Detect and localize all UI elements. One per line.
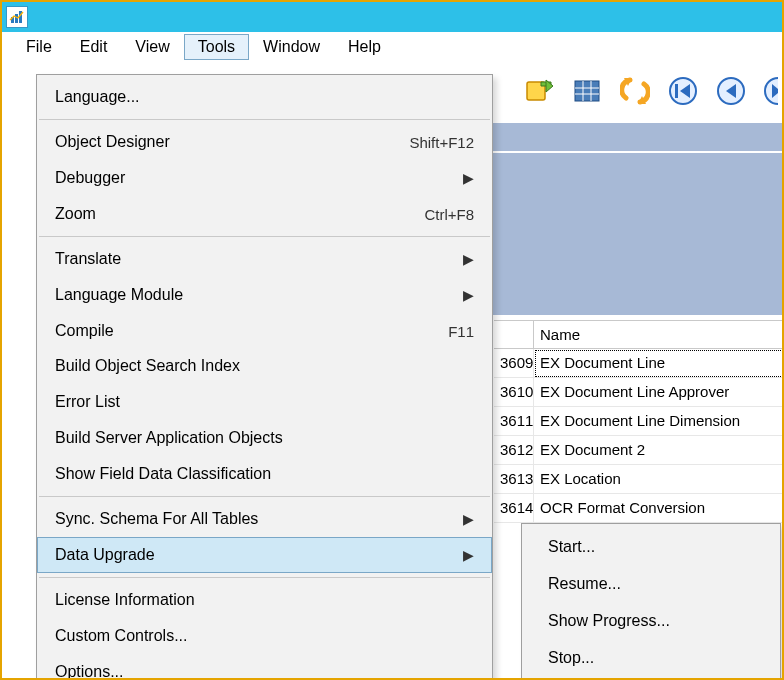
menu-item[interactable]: Error List — [37, 384, 492, 420]
column-header-id[interactable] — [494, 320, 534, 349]
cell-id[interactable]: 3612 — [494, 436, 534, 465]
cell-name[interactable]: EX Document Line Approver — [534, 378, 784, 407]
submenu-item[interactable]: Stop... — [522, 639, 780, 676]
menu-file[interactable]: File — [12, 34, 66, 60]
menu-item-label: Custom Controls... — [55, 627, 474, 645]
submenu-arrow-icon: ▶ — [463, 251, 474, 267]
menu-item[interactable]: License Information — [37, 582, 492, 618]
menu-item[interactable]: Data Upgrade▶ — [37, 537, 492, 573]
menu-item[interactable]: Sync. Schema For All Tables▶ — [37, 501, 492, 537]
menu-help[interactable]: Help — [334, 34, 394, 60]
menu-item-label: Zoom — [55, 205, 424, 223]
menu-separator — [39, 577, 490, 578]
menu-item-label: Sync. Schema For All Tables — [55, 510, 463, 528]
menu-item-accelerator: F11 — [448, 323, 474, 340]
cell-name[interactable]: EX Location — [534, 465, 784, 494]
cell-id[interactable]: 3611 — [494, 407, 534, 436]
nav-first-icon[interactable] — [668, 76, 698, 106]
menu-item-label: Debugger — [55, 169, 463, 187]
titlebar — [2, 2, 782, 32]
menu-separator — [39, 496, 490, 497]
submenu-item[interactable]: Resume... — [522, 565, 780, 602]
menu-item[interactable]: Options... — [37, 654, 492, 680]
menu-item[interactable]: Language Module▶ — [37, 277, 492, 313]
menu-tools[interactable]: Tools — [184, 34, 249, 60]
menubar: File Edit View Tools Window Help — [2, 32, 782, 62]
export-icon[interactable] — [524, 76, 554, 106]
submenu-arrow-icon: ▶ — [463, 511, 474, 527]
svg-rect-4 — [575, 81, 599, 101]
submenu-item[interactable]: Start... — [522, 528, 780, 565]
menu-item-label: Language Module — [55, 286, 463, 304]
cell-id[interactable]: 3609 — [494, 349, 534, 378]
menu-item-accelerator: Ctrl+F8 — [424, 206, 474, 223]
submenu-arrow-icon: ▶ — [463, 170, 474, 186]
cell-name[interactable]: EX Document Line — [534, 349, 784, 378]
cell-name[interactable]: EX Document Line Dimension — [534, 407, 784, 436]
submenu-arrow-icon: ▶ — [463, 547, 474, 563]
menu-item-label: Object Designer — [55, 133, 409, 151]
menu-item-label: Error List — [55, 393, 474, 411]
menu-separator — [39, 236, 490, 237]
menu-window[interactable]: Window — [249, 34, 334, 60]
submenu-arrow-icon: ▶ — [463, 287, 474, 303]
cell-name[interactable]: OCR Format Conversion — [534, 494, 784, 523]
menu-item-label: Compile — [55, 322, 448, 340]
menu-item-label: Language... — [55, 88, 474, 106]
menu-item[interactable]: Build Object Search Index — [37, 348, 492, 384]
nav-next-partial-icon[interactable] — [764, 76, 778, 106]
child-window-frame — [493, 122, 784, 317]
tools-dropdown: Language...Object DesignerShift+F12Debug… — [36, 74, 493, 680]
cell-id[interactable]: 3610 — [494, 378, 534, 407]
cell-name[interactable]: EX Document 2 — [534, 436, 784, 465]
data-upgrade-submenu: Start...Resume...Show Progress...Stop... — [521, 523, 781, 680]
menu-item[interactable]: Language... — [37, 79, 492, 115]
menu-item-accelerator: Shift+F12 — [409, 134, 474, 151]
menu-separator — [39, 119, 490, 120]
menu-item[interactable]: Debugger▶ — [37, 160, 492, 196]
menu-item-label: Data Upgrade — [55, 546, 463, 564]
menu-item-label: Translate — [55, 250, 463, 268]
menu-item[interactable]: ZoomCtrl+F8 — [37, 196, 492, 232]
menu-item[interactable]: Translate▶ — [37, 241, 492, 277]
menu-item[interactable]: CompileF11 — [37, 313, 492, 348]
menu-item-label: License Information — [55, 591, 474, 609]
svg-rect-10 — [675, 84, 678, 98]
app-icon — [6, 6, 28, 28]
window-root: File Edit View Tools Window Help — [0, 0, 784, 680]
submenu-item[interactable]: Show Progress... — [522, 602, 780, 639]
menu-item[interactable]: Show Field Data Classification — [37, 456, 492, 492]
grid-icon[interactable] — [572, 76, 602, 106]
menu-item-label: Build Object Search Index — [55, 357, 474, 375]
menu-item-label: Show Field Data Classification — [55, 465, 474, 483]
menu-item-label: Options... — [55, 663, 474, 680]
menu-item[interactable]: Build Server Application Objects — [37, 420, 492, 456]
refresh-icon[interactable] — [620, 76, 650, 106]
nav-prev-icon[interactable] — [716, 76, 746, 106]
menu-item[interactable]: Custom Controls... — [37, 618, 492, 654]
column-header-name[interactable]: Name — [534, 320, 784, 349]
menu-view[interactable]: View — [121, 34, 183, 60]
cell-id[interactable]: 3614 — [494, 494, 534, 523]
menu-edit[interactable]: Edit — [66, 34, 122, 60]
menu-item[interactable]: Object DesignerShift+F12 — [37, 124, 492, 160]
cell-id[interactable]: 3613 — [494, 465, 534, 494]
menu-item-label: Build Server Application Objects — [55, 429, 474, 447]
